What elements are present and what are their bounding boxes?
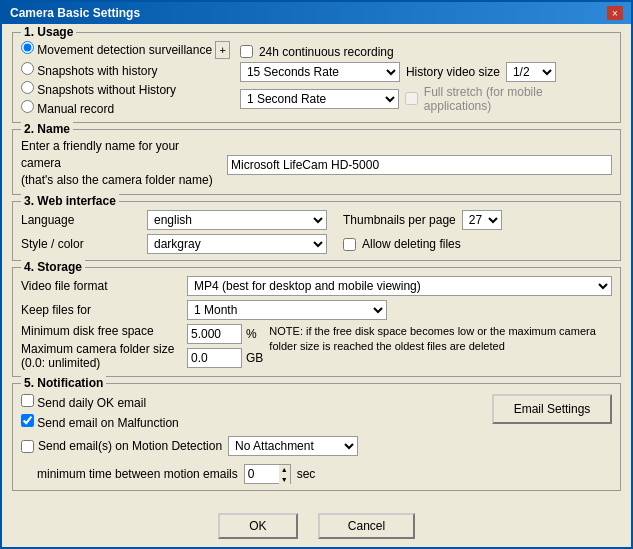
storage-section: 4. Storage Video file format MP4 (best f… <box>12 267 621 377</box>
disk-row: Minimum disk free space Maximum camera f… <box>21 324 612 370</box>
daily-ok-label[interactable]: Send daily OK email <box>21 394 486 410</box>
web-section: 3. Web interface Language english Thumbn… <box>12 201 621 261</box>
storage-section-title: 4. Storage <box>21 260 85 274</box>
keep-label: Keep files for <box>21 303 181 317</box>
radio-snapshots-no-history[interactable] <box>21 81 34 94</box>
max-size-unit: GB <box>246 351 263 365</box>
keep-files-row: Keep files for 1 Month <box>21 300 612 320</box>
time-unit: sec <box>297 467 316 481</box>
radio-snapshots-history[interactable] <box>21 62 34 75</box>
main-window: Camera Basic Settings × 1. Usage Movemen… <box>0 0 633 549</box>
style-select[interactable]: darkgray <box>147 234 327 254</box>
usage-col-left: Movement detection surveillance + Snapsh… <box>21 41 230 116</box>
usage-options: Movement detection surveillance + Snapsh… <box>21 41 612 116</box>
style-label: Style / color <box>21 237 141 251</box>
notification-section: 5. Notification Send daily OK email Send… <box>12 383 621 491</box>
max-size-row: GB <box>187 348 263 368</box>
name-section-title: 2. Name <box>21 122 73 136</box>
cancel-button[interactable]: Cancel <box>318 513 415 539</box>
disk-free-row: % <box>187 324 263 344</box>
plus-button[interactable]: + <box>215 41 229 59</box>
disk-note: NOTE: if the free disk space becomes low… <box>269 324 612 353</box>
motion-row: Send email(s) on Motion Detection No Att… <box>21 436 486 456</box>
malfunction-label[interactable]: Send email on Malfunction <box>21 414 486 430</box>
full-stretch-label: Full stretch (for mobile applications) <box>424 85 612 113</box>
max-size-label: Maximum camera folder size(0.0: unlimite… <box>21 342 181 370</box>
keep-select[interactable]: 1 Month <box>187 300 387 320</box>
time-input[interactable] <box>244 464 279 484</box>
option-snapshots-history-label: Snapshots with history <box>37 64 157 78</box>
max-size-input[interactable] <box>187 348 242 368</box>
thumbnails-label: Thumbnails per page <box>343 213 456 227</box>
footer-bar: OK Cancel <box>2 505 631 547</box>
disk-labels: Minimum disk free space Maximum camera f… <box>21 324 181 370</box>
continuous-label: 24h continuous recording <box>259 45 394 59</box>
radio-movement[interactable] <box>21 41 34 54</box>
title-bar: Camera Basic Settings × <box>2 2 631 24</box>
name-description: Enter a friendly name for your camera(th… <box>21 138 221 188</box>
notif-left: Send daily OK email Send email on Malfun… <box>21 394 486 484</box>
option-movement-label: Movement detection surveillance <box>37 43 212 57</box>
usage-col-right: 24h continuous recording 15 Seconds Rate… <box>240 45 612 113</box>
history-size-select[interactable]: 1/2 <box>506 62 556 82</box>
notification-section-title: 5. Notification <box>21 376 106 390</box>
daily-ok-checkbox[interactable] <box>21 394 34 407</box>
thumbnails-select[interactable]: 27 <box>462 210 502 230</box>
spinner-up[interactable]: ▲ <box>279 465 290 475</box>
option-manual[interactable]: Manual record <box>21 100 230 116</box>
rate-15-row: 15 Seconds Rate History video size 1/2 <box>240 62 612 82</box>
name-section: 2. Name Enter a friendly name for your c… <box>12 129 621 195</box>
close-button[interactable]: × <box>607 6 623 20</box>
allow-delete-label: Allow deleting files <box>362 237 461 251</box>
usage-section-title: 1. Usage <box>21 25 76 39</box>
rate-1-row: 1 Second Rate Full stretch (for mobile a… <box>240 85 612 113</box>
history-video-label: History video size <box>406 65 500 79</box>
attachment-select[interactable]: No Attachment <box>228 436 358 456</box>
option-snapshots-no-history-label: Snapshots without History <box>37 83 176 97</box>
option-snapshots-no-history[interactable]: Snapshots without History <box>21 81 230 97</box>
ok-button[interactable]: OK <box>218 513 298 539</box>
usage-section: 1. Usage Movement detection surveillance… <box>12 32 621 123</box>
language-select[interactable]: english <box>147 210 327 230</box>
motion-checkbox[interactable] <box>21 440 34 453</box>
email-settings-area: Email Settings <box>492 394 612 424</box>
option-manual-label: Manual record <box>37 102 114 116</box>
min-time-row: minimum time between motion emails ▲ ▼ s… <box>21 464 486 484</box>
name-row: Enter a friendly name for your camera(th… <box>21 138 612 188</box>
content-area: 1. Usage Movement detection surveillance… <box>2 24 631 505</box>
video-format-row: Video file format MP4 (best for desktop … <box>21 276 612 296</box>
language-row: Language english Thumbnails per page 27 <box>21 210 612 230</box>
camera-name-input[interactable] <box>227 155 612 175</box>
rate-1-select[interactable]: 1 Second Rate <box>240 89 399 109</box>
disk-unit: % <box>246 327 257 341</box>
disk-free-input[interactable] <box>187 324 242 344</box>
full-stretch-checkbox <box>405 92 418 105</box>
rate-15-select[interactable]: 15 Seconds Rate <box>240 62 400 82</box>
continuous-row: 24h continuous recording <box>240 45 612 59</box>
video-format-select[interactable]: MP4 (best for desktop and mobile viewing… <box>187 276 612 296</box>
malfunction-checkbox[interactable] <box>21 414 34 427</box>
allow-delete-checkbox[interactable] <box>343 238 356 251</box>
option-movement[interactable]: Movement detection surveillance + <box>21 41 230 59</box>
min-disk-label: Minimum disk free space <box>21 324 181 338</box>
min-time-label: minimum time between motion emails <box>21 467 238 481</box>
notif-content: Send daily OK email Send email on Malfun… <box>21 388 612 484</box>
spinner-down[interactable]: ▼ <box>279 475 290 485</box>
disk-inputs: % GB <box>187 324 263 368</box>
time-spinner: ▲ ▼ <box>244 464 291 484</box>
email-settings-button[interactable]: Email Settings <box>492 394 612 424</box>
radio-manual[interactable] <box>21 100 34 113</box>
spinner-btns: ▲ ▼ <box>279 464 291 484</box>
motion-label[interactable]: Send email(s) on Motion Detection <box>21 439 222 453</box>
window-title: Camera Basic Settings <box>10 6 140 20</box>
language-label: Language <box>21 213 141 227</box>
video-format-label: Video file format <box>21 279 181 293</box>
option-snapshots-history[interactable]: Snapshots with history <box>21 62 230 78</box>
web-section-title: 3. Web interface <box>21 194 119 208</box>
continuous-checkbox[interactable] <box>240 45 253 58</box>
style-row: Style / color darkgray Allow deleting fi… <box>21 234 612 254</box>
